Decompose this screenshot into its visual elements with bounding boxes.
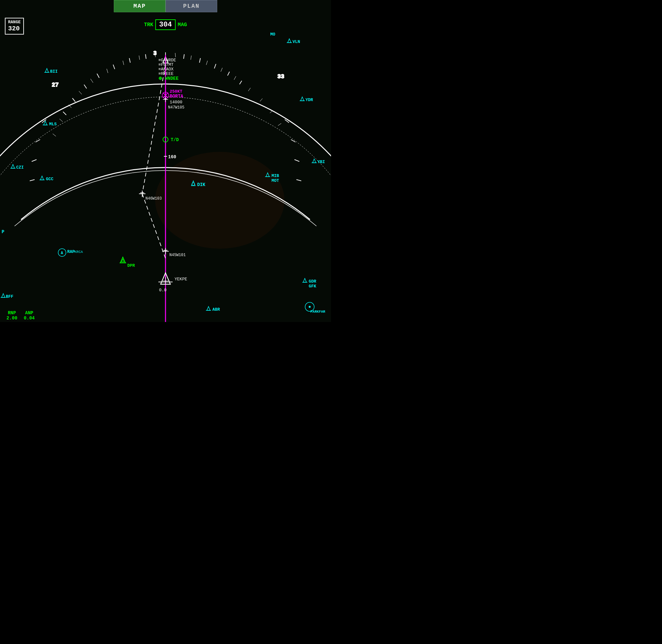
- svg-text:⊕ WNDEE: ⊕ WNDEE: [158, 76, 178, 81]
- svg-text:BFF: BFF: [6, 294, 14, 299]
- svg-text:MIB: MIB: [271, 174, 279, 178]
- svg-text:VLN: VLN: [292, 39, 300, 44]
- svg-text:≡GANRDE: ≡GANRDE: [158, 58, 176, 63]
- anp-display: ANP 0.04: [24, 310, 35, 321]
- svg-text:N45W101: N45W101: [169, 253, 185, 257]
- anp-value: 0.04: [24, 316, 35, 321]
- svg-text:14000: 14000: [170, 100, 182, 105]
- svg-text:33: 33: [277, 73, 284, 80]
- svg-text:MLS: MLS: [49, 122, 57, 127]
- svg-text:≡AKAOX: ≡AKAOX: [158, 67, 174, 72]
- svg-text:MOT: MOT: [271, 178, 279, 183]
- mode-tabs: MAP PLAN: [114, 0, 217, 12]
- svg-text:≡F07MT: ≡F07MT: [158, 62, 174, 67]
- svg-point-133: [309, 306, 311, 308]
- svg-text:KRCA: KRCA: [74, 250, 83, 254]
- svg-text:250KT: 250KT: [170, 89, 182, 94]
- svg-text:N46W103: N46W103: [146, 197, 162, 201]
- svg-text:BII: BII: [50, 69, 58, 74]
- svg-text:CZI: CZI: [16, 165, 24, 170]
- heading-mode: TRK: [144, 22, 153, 28]
- rnp-display: RNP 2.00: [6, 310, 18, 321]
- svg-text:P: P: [2, 229, 4, 234]
- svg-text:YBI: YBI: [317, 160, 325, 164]
- svg-text:160: 160: [168, 154, 176, 160]
- svg-point-1: [155, 152, 284, 249]
- anp-label: ANP: [25, 310, 33, 316]
- svg-text:N47W105: N47W105: [168, 105, 184, 110]
- svg-text:BORTA: BORTA: [170, 94, 183, 99]
- svg-text:A: A: [61, 251, 63, 255]
- svg-text:DIK: DIK: [197, 182, 205, 187]
- svg-text:GDR: GDR: [309, 279, 316, 284]
- range-display: RANGE 320: [5, 18, 24, 34]
- svg-text:T/D: T/D: [171, 137, 179, 142]
- svg-text:27: 27: [52, 82, 59, 88]
- svg-text:3: 3: [153, 50, 157, 56]
- heading-value: 304: [155, 19, 176, 30]
- svg-text:0.0: 0.0: [159, 288, 167, 293]
- tab-plan[interactable]: PLAN: [166, 0, 217, 12]
- rnp-value: 2.00: [6, 316, 18, 321]
- svg-text:GCC: GCC: [46, 177, 54, 182]
- tab-map[interactable]: MAP: [114, 0, 166, 12]
- tab-map-label: MAP: [133, 3, 146, 9]
- range-label: RANGE: [8, 20, 21, 25]
- svg-text:YDR: YDR: [306, 97, 313, 102]
- svg-text:YEKPE: YEKPE: [175, 277, 187, 282]
- svg-text:DPR: DPR: [127, 263, 135, 268]
- tab-plan-label: PLAN: [183, 3, 199, 9]
- svg-text:RAP: RAP: [67, 249, 75, 254]
- range-value: 320: [8, 25, 21, 32]
- rnp-label: RNP: [8, 310, 16, 316]
- heading-display: TRK 304 MAG: [144, 19, 187, 30]
- svg-text:GFK: GFK: [309, 284, 316, 289]
- bottom-status-bar: RNP 2.00 ANP 0.04: [0, 309, 331, 322]
- svg-text:≡RYEEE: ≡RYEEE: [158, 71, 174, 76]
- heading-reference: MAG: [178, 22, 187, 28]
- svg-text:MO: MO: [270, 32, 275, 37]
